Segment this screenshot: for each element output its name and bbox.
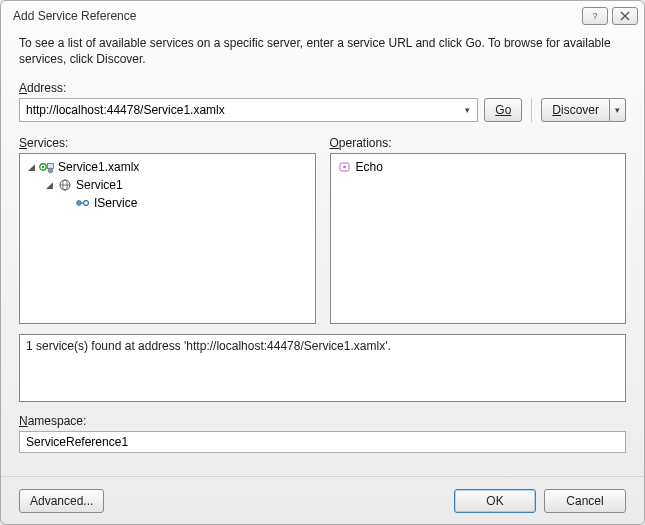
expand-icon[interactable] — [26, 162, 36, 172]
instructions-text: To see a list of available services on a… — [19, 35, 626, 67]
operation-item[interactable]: Echo — [333, 158, 624, 176]
services-label: Services: — [19, 136, 316, 150]
help-button[interactable]: ? — [582, 7, 608, 25]
address-dropdown-icon[interactable]: ▾ — [459, 99, 475, 121]
cancel-button[interactable]: Cancel — [544, 489, 626, 513]
tree-node-root-label: Service1.xamlx — [58, 160, 139, 174]
discover-dropdown[interactable]: ▾ — [610, 98, 626, 122]
titlebar: Add Service Reference ? — [1, 1, 644, 31]
namespace-input[interactable] — [19, 431, 626, 453]
operations-label: Operations: — [330, 136, 627, 150]
ok-button[interactable]: OK — [454, 489, 536, 513]
services-tree[interactable]: Service1.xamlx Service1 IService — [19, 153, 316, 324]
tree-node-root[interactable]: Service1.xamlx — [22, 158, 313, 176]
address-label: Address: — [19, 81, 626, 95]
tree-node-child[interactable]: Service1 — [22, 176, 313, 194]
svg-point-9 — [84, 201, 89, 206]
status-box: 1 service(s) found at address 'http://lo… — [19, 334, 626, 402]
dialog-footer: Advanced... OK Cancel — [1, 476, 644, 524]
svg-text:?: ? — [592, 11, 597, 21]
tree-node-child-label: Service1 — [76, 178, 123, 192]
operations-list[interactable]: Echo — [330, 153, 627, 324]
operation-item-label: Echo — [356, 160, 383, 174]
globe-icon — [57, 178, 73, 192]
advanced-button[interactable]: Advanced... — [19, 489, 104, 513]
svg-rect-3 — [48, 164, 54, 169]
operation-icon — [337, 160, 353, 174]
tree-node-leaf[interactable]: IService — [22, 194, 313, 212]
go-button[interactable]: Go — [484, 98, 522, 122]
svg-point-12 — [343, 166, 346, 169]
dialog-title: Add Service Reference — [13, 9, 578, 23]
svg-point-2 — [42, 166, 44, 168]
svg-point-8 — [77, 201, 82, 206]
service-running-icon — [39, 160, 55, 174]
separator — [531, 98, 532, 122]
interface-icon — [75, 196, 91, 210]
discover-button[interactable]: Discover — [541, 98, 610, 122]
address-input[interactable] — [26, 103, 459, 117]
namespace-label: Namespace: — [19, 414, 626, 428]
tree-node-leaf-label: IService — [94, 196, 137, 210]
close-button[interactable] — [612, 7, 638, 25]
status-text: 1 service(s) found at address 'http://lo… — [26, 339, 391, 353]
add-service-reference-dialog: Add Service Reference ? To see a list of… — [0, 0, 645, 525]
expand-icon[interactable] — [44, 180, 54, 190]
address-combobox[interactable]: ▾ — [19, 98, 478, 122]
